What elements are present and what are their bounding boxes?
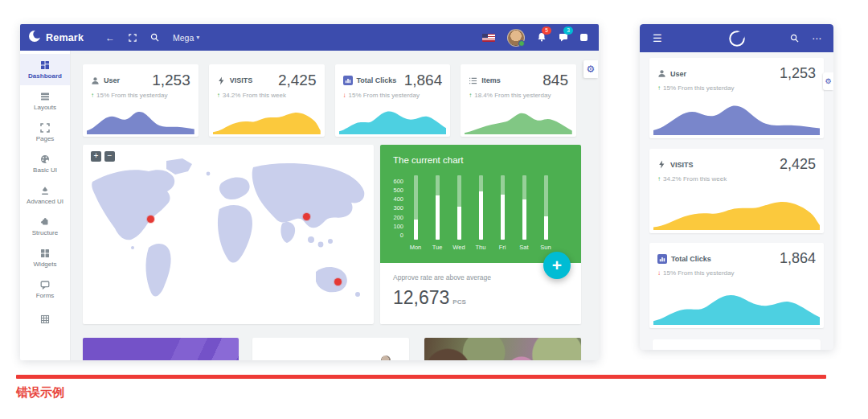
stat-card-user[interactable]: User 1,253 ↑ 15% From this yesterday [83, 64, 199, 137]
map-zoom-controls: + − [91, 151, 115, 162]
bar-chart-icon [657, 254, 667, 264]
sidebar-item-tables[interactable] [20, 305, 70, 336]
search-icon[interactable] [790, 31, 799, 46]
stat-value: 2,425 [780, 156, 816, 173]
sidebar-item-label: Basic UI [33, 166, 57, 174]
user-icon [91, 76, 100, 85]
page-canvas: Remark ← Mega ▾ 5 [0, 0, 868, 419]
stat-card-visits[interactable]: VISITS 2,425 ↑ 34.2% From this week [209, 64, 325, 137]
navbar-right-icons: 5 3 [482, 29, 599, 47]
mobile-navbar: ☰ ⋯ [640, 24, 833, 52]
messages-button[interactable]: 3 [559, 31, 568, 45]
y-tick-label: 0 [400, 232, 403, 239]
sidebar-item-pages[interactable]: Pages [20, 117, 70, 148]
bar-x-label: Mon [410, 244, 422, 251]
mobile-dashboard-screenshot: ☰ ⋯ User 1,253 ↑ 15% From this yesterday [640, 24, 833, 350]
gear-icon: ⚙ [587, 64, 596, 75]
fullscreen-icon[interactable] [129, 31, 137, 45]
stat-card-items[interactable]: Items 845 ↑ 18.4% From this yesterday [461, 64, 576, 137]
mini-avatar [381, 355, 391, 360]
bar-chart-y-axis: 6005004003002001000 [390, 178, 409, 239]
mega-menu-label: Mega [173, 33, 194, 43]
stat-label: VISITS [230, 76, 253, 84]
mobile-stat-card-user[interactable]: User 1,253 ↑ 15% From this yesterday [649, 58, 824, 138]
stat-delta: ↑ 18.4% From this yesterday [461, 89, 576, 99]
map-zoom-out-button[interactable]: − [104, 151, 115, 162]
brand[interactable]: Remark [20, 30, 97, 46]
language-flag-icon[interactable] [482, 34, 495, 42]
mobile-stat-card-total-clicks[interactable]: Total Clicks 1,864 ↓ 15% From this yeste… [649, 243, 824, 328]
bar-x-label: Sat [519, 244, 528, 251]
sidebar-item-structure[interactable]: Structure [20, 211, 70, 242]
y-tick-label: 500 [393, 187, 403, 194]
stat-delta-text: 15% From this yesterday [663, 84, 734, 92]
stat-delta: ↑ 34.2% From this week [649, 173, 824, 183]
stat-delta: ↑ 34.2% From this week [209, 89, 325, 99]
hamburger-menu-icon[interactable]: ☰ [653, 32, 662, 44]
dashboard-content: User 1,253 ↑ 15% From this yesterday VIS… [71, 51, 599, 360]
sidebar-item-layouts[interactable]: Layouts [20, 85, 70, 117]
bar-fri: Fri [496, 175, 509, 251]
bar-x-label: Wed [452, 244, 465, 251]
gear-icon: ⚙ [825, 77, 831, 85]
mobile-partial-card [653, 339, 821, 350]
error-example-label: 错误示例 [16, 385, 64, 401]
comment-icon [40, 280, 50, 290]
stat-value: 845 [542, 72, 568, 89]
sidebar-item-forms[interactable]: Forms [20, 273, 70, 305]
bottom-card-white[interactable] [252, 338, 409, 360]
world-map-card[interactable]: + − [83, 145, 374, 324]
search-icon[interactable] [150, 31, 159, 45]
sidebar-item-label: Structure [32, 229, 58, 236]
sidebar-item-label: Pages [36, 135, 55, 142]
trend-up-icon: ↑ [469, 92, 472, 99]
sidebar-item-label: Forms [36, 292, 55, 299]
map-zoom-in-button[interactable]: + [91, 151, 101, 162]
back-arrow-icon[interactable]: ← [105, 33, 115, 43]
approve-value-number: 12,673 [393, 287, 449, 308]
stat-label: User [670, 70, 686, 78]
current-chart-card: The current chart 6005004003002001000 Mo… [380, 145, 581, 324]
bar-chart-icon [343, 76, 353, 85]
bottom-card-photo[interactable] [424, 338, 581, 360]
map-marker-australia[interactable] [334, 278, 342, 285]
notifications-badge: 5 [542, 27, 551, 35]
sidebar-item-advanced-ui[interactable]: Advanced UI [20, 179, 70, 211]
avatar[interactable] [507, 29, 525, 47]
remark-logo-icon [28, 30, 41, 46]
mobile-stat-card-visits[interactable]: VISITS 2,425 ↑ 34.2% From this week [649, 149, 824, 233]
bar-mon: Mon [409, 175, 422, 251]
sparkline-visits [213, 105, 321, 134]
sidebar-item-dashboard[interactable]: Dashboard [20, 54, 70, 85]
notifications-bell[interactable]: 5 [537, 31, 547, 45]
messages-badge: 3 [563, 27, 573, 35]
stat-delta-text: 15% From this yesterday [663, 269, 734, 277]
bar-chart: 6005004003002001000 MonTueWedThuFriSatSu… [390, 175, 552, 251]
brand-name: Remark [46, 32, 84, 43]
sidebar-item-widgets[interactable]: Widgets [20, 242, 70, 273]
stat-value: 2,425 [278, 72, 317, 89]
stat-card-total-clicks[interactable]: Total Clicks 1,864 ↓ 15% From this yeste… [335, 64, 451, 137]
add-fab-button[interactable]: + [543, 252, 571, 279]
map-marker-north-america[interactable] [147, 216, 154, 223]
stat-delta-text: 34.2% From this week [223, 92, 286, 99]
approve-rate-value: 12,673PCS [393, 287, 568, 309]
more-options-icon[interactable]: ⋯ [812, 33, 822, 44]
sidebar-item-label: Layouts [34, 104, 56, 111]
trend-up-icon: ↑ [217, 92, 220, 99]
chat-panel-icon[interactable] [580, 34, 588, 41]
stat-label: Total Clicks [357, 76, 397, 84]
chart-title: The current chart [393, 155, 464, 165]
stat-label: Total Clicks [671, 255, 711, 263]
settings-gear-tab[interactable]: ⚙ [583, 60, 598, 78]
sidebar-item-label: Dashboard [28, 72, 62, 80]
trend-up-icon: ↑ [657, 84, 661, 92]
map-marker-china[interactable] [303, 213, 310, 220]
mobile-settings-gear-tab[interactable]: ⚙ [823, 72, 833, 90]
sidebar-item-basic-ui[interactable]: Basic UI [20, 148, 70, 179]
layouts-icon [40, 92, 50, 101]
mobile-navbar-right: ⋯ [790, 31, 833, 46]
sidebar-item-label: Widgets [34, 261, 57, 268]
bottom-card-purple[interactable] [83, 338, 239, 360]
mega-menu[interactable]: Mega ▾ [173, 33, 199, 43]
